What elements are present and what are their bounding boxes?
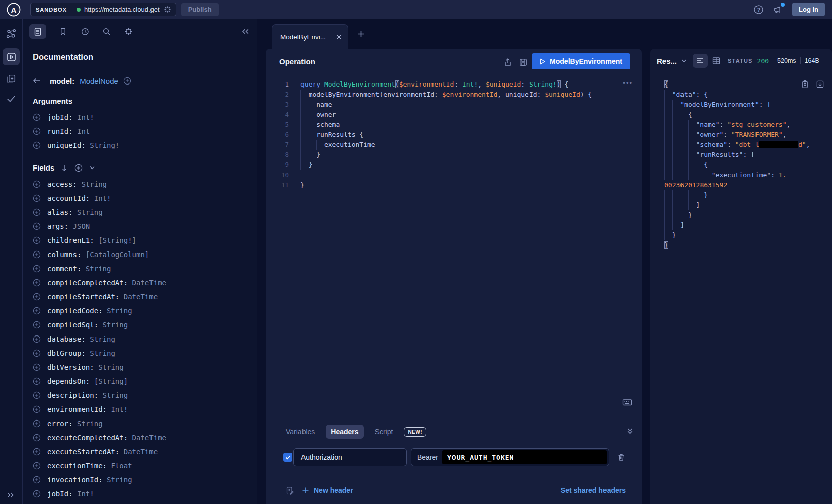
response-panel-title[interactable]: Res... — [657, 57, 677, 65]
settings-gear-icon[interactable] — [124, 27, 133, 36]
new-tab-icon[interactable] — [357, 30, 365, 38]
doc-field-row[interactable]: compiledCode: String — [33, 304, 249, 318]
add-field-icon[interactable] — [33, 141, 41, 149]
doc-field-row[interactable]: alias: String — [33, 205, 249, 219]
breadcrumb-type-link[interactable]: ModelNode — [80, 77, 118, 86]
login-button[interactable]: Log in — [792, 3, 825, 16]
tab-headers[interactable]: Headers — [326, 425, 363, 439]
doc-field-row[interactable]: columns: [CatalogColumn] — [33, 247, 249, 262]
doc-argument-row[interactable]: jobId: Int! — [33, 110, 249, 124]
keyboard-shortcuts-icon[interactable] — [622, 398, 632, 407]
response-format-json-icon[interactable] — [693, 54, 708, 68]
doc-field-row[interactable]: executionTime: Float — [33, 459, 249, 473]
fields-options-chevron-icon[interactable] — [90, 166, 95, 170]
doc-field-row[interactable]: childrenL1: [String!] — [33, 233, 249, 247]
add-field-icon[interactable] — [33, 434, 41, 442]
add-field-icon[interactable] — [33, 377, 41, 385]
add-field-icon[interactable] — [33, 363, 41, 371]
add-all-fields-icon[interactable] — [74, 164, 83, 172]
doc-field-row[interactable]: compileStartedAt: DateTime — [33, 290, 249, 304]
help-icon[interactable]: ? — [753, 5, 764, 15]
add-field-icon[interactable] — [33, 321, 41, 329]
header-value-input[interactable]: Bearer YOUR_AUTH_TOKEN — [411, 448, 609, 466]
doc-field-row[interactable]: invocationId: String — [33, 473, 249, 487]
add-field-icon[interactable] — [33, 265, 41, 273]
add-field-icon[interactable] — [33, 462, 41, 470]
header-name-input[interactable]: Authorization — [293, 448, 407, 466]
doc-field-row[interactable]: executeStartedAt: DateTime — [33, 445, 249, 459]
copy-response-icon[interactable] — [801, 80, 809, 89]
save-operation-icon[interactable] — [519, 58, 528, 67]
documentation-tab-icon[interactable] — [29, 24, 46, 39]
add-field-icon[interactable] — [33, 236, 41, 244]
doc-field-row[interactable]: dependsOn: [String] — [33, 374, 249, 388]
doc-field-row[interactable]: compileCompletedAt: DateTime — [33, 276, 249, 290]
auth-token-value[interactable]: YOUR_AUTH_TOKEN — [442, 450, 607, 464]
operation-tab[interactable]: ModelByEnvi... — [272, 24, 348, 49]
doc-field-row[interactable]: comment: String — [33, 262, 249, 276]
add-field-icon[interactable] — [33, 335, 41, 343]
publish-button[interactable]: Publish — [181, 3, 219, 16]
set-shared-headers-link[interactable]: Set shared headers — [561, 486, 626, 494]
tab-variables[interactable]: Variables — [281, 425, 320, 439]
add-field-icon[interactable] — [33, 250, 41, 259]
add-field-icon[interactable] — [33, 113, 41, 121]
doc-argument-row[interactable]: uniqueId: String! — [33, 138, 249, 152]
download-response-icon[interactable] — [816, 80, 824, 89]
add-field-icon[interactable] — [33, 419, 41, 428]
doc-field-row[interactable]: compiledSql: String — [33, 318, 249, 332]
schema-graph-icon[interactable] — [6, 28, 17, 40]
edit-headers-document-icon[interactable] — [285, 486, 294, 495]
doc-field-row[interactable]: description: String — [33, 388, 249, 402]
response-dropdown-chevron-icon[interactable] — [681, 59, 687, 63]
header-enabled-checkbox[interactable] — [283, 453, 292, 462]
announcements-megaphone-icon[interactable] — [773, 4, 783, 15]
doc-field-row[interactable]: accountId: Int! — [33, 191, 249, 205]
editor-options-dots[interactable]: ••• — [623, 79, 633, 87]
tab-script[interactable]: Script — [370, 425, 398, 439]
add-field-icon[interactable] — [33, 349, 41, 357]
add-field-icon[interactable] — [33, 127, 41, 135]
doc-field-row[interactable]: error: String — [33, 416, 249, 431]
doc-field-row[interactable]: executeCompletedAt: DateTime — [33, 431, 249, 445]
add-field-icon[interactable] — [33, 293, 41, 301]
saved-operations-bookmark-icon[interactable] — [59, 27, 67, 36]
query-editor[interactable]: 1query ModelByEnvironment($environmentId… — [266, 75, 642, 417]
operation-collection-icon[interactable] — [6, 74, 17, 85]
doc-field-row[interactable]: access: String — [33, 177, 249, 191]
search-icon[interactable] — [102, 27, 111, 36]
doc-field-row[interactable]: environmentId: Int! — [33, 402, 249, 416]
share-operation-icon[interactable] — [503, 58, 512, 67]
explorer-nav-icon[interactable] — [3, 48, 20, 65]
add-field-icon[interactable] — [33, 180, 41, 188]
history-icon[interactable] — [80, 27, 90, 36]
add-field-icon[interactable] — [33, 307, 41, 315]
apollo-logo-icon[interactable]: A — [6, 2, 21, 17]
close-tab-icon[interactable] — [336, 34, 342, 40]
new-header-button[interactable]: New header — [302, 486, 353, 494]
add-field-icon[interactable] — [33, 448, 41, 456]
doc-field-row[interactable]: jobId: Int! — [33, 487, 249, 501]
delete-header-icon[interactable] — [617, 453, 626, 462]
endpoint-url-input[interactable]: https://metadata.cloud.get — [72, 5, 176, 14]
add-field-icon[interactable] — [33, 391, 41, 399]
back-arrow-icon[interactable] — [33, 77, 41, 85]
doc-field-row[interactable]: dbtVersion: String — [33, 360, 249, 374]
doc-field-row[interactable]: dbtGroup: String — [33, 346, 249, 360]
add-field-icon[interactable] — [33, 476, 41, 484]
doc-field-row[interactable]: args: JSON — [33, 219, 249, 233]
endpoint-settings-gear-icon[interactable] — [163, 5, 172, 14]
add-field-icon[interactable] — [33, 490, 41, 498]
collapse-docs-panel-icon[interactable] — [241, 28, 250, 35]
add-field-icon[interactable] — [33, 222, 41, 230]
add-field-icon[interactable] — [33, 194, 41, 202]
doc-argument-row[interactable]: runId: Int — [33, 124, 249, 138]
add-field-icon[interactable] — [33, 279, 41, 287]
expand-rail-icon[interactable] — [6, 491, 15, 499]
add-field-icon[interactable] — [123, 77, 131, 85]
response-format-table-icon[interactable] — [712, 56, 721, 65]
doc-field-row[interactable]: database: String — [33, 332, 249, 346]
collapse-panel-icon[interactable] — [627, 427, 633, 434]
add-field-icon[interactable] — [33, 405, 41, 413]
run-operation-button[interactable]: ModelByEnvironment — [532, 53, 630, 69]
